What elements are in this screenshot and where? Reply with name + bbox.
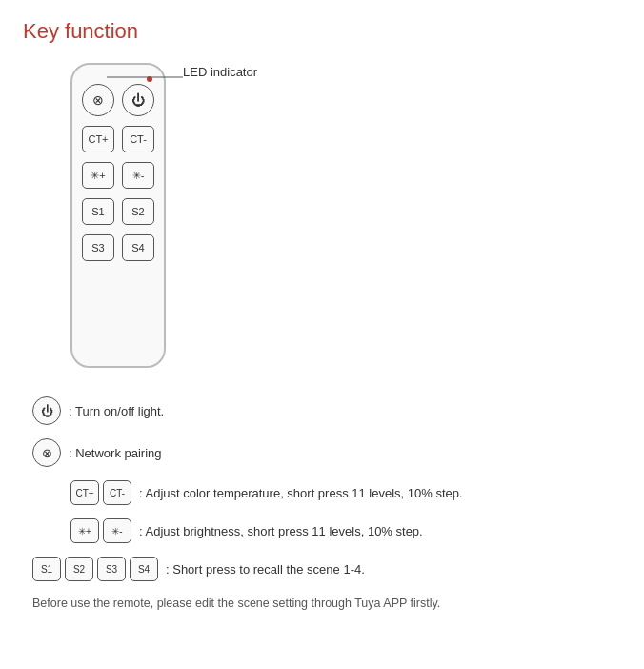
legend-row-power: ⏻ : Turn on/off light. xyxy=(32,396,621,425)
footer-text: Before use the remote, please edit the s… xyxy=(32,595,621,613)
legend-icon-brightness: ✳+ ✳- xyxy=(70,518,131,543)
legend-s4: S4 xyxy=(130,557,158,581)
legend-row-brightness: ✳+ ✳- : Adjust brightness, short press 1… xyxy=(70,518,621,543)
legend-text-scene: : Short press to recall the scene 1-4. xyxy=(166,562,365,577)
legend-s2: S2 xyxy=(65,557,93,581)
legend-s1: S1 xyxy=(32,557,61,581)
legend-row-network: ⊗ : Network pairing xyxy=(32,438,621,467)
s1-btn: S1 xyxy=(82,198,114,225)
page-title: Key function xyxy=(23,19,621,44)
s3-btn: S3 xyxy=(82,234,114,261)
legend-icon-network: ⊗ xyxy=(32,438,61,467)
remote-row-5: S3 S4 xyxy=(82,234,154,261)
brightness-minus-btn: ✳- xyxy=(122,162,154,189)
s2-btn: S2 xyxy=(122,198,154,225)
s4-btn: S4 xyxy=(122,234,154,261)
legend-text-ct: : Adjust color temperature, short press … xyxy=(139,486,463,500)
legend-row-ct: CT+ CT- : Adjust color temperature, shor… xyxy=(70,480,621,505)
legend-icon-scene: S1 S2 S3 S4 xyxy=(32,557,158,581)
legend-area: ⏻ : Turn on/off light. ⊗ : Network pairi… xyxy=(23,396,621,613)
brightness-plus-btn: ✳+ xyxy=(82,162,114,189)
remote-diagram: ⊗ ⏻ CT+ CT- ✳+ ✳- S1 S2 xyxy=(70,63,166,368)
legend-text-brightness: : Adjust brightness, short press 11 leve… xyxy=(139,524,423,538)
legend-bright-plus: ✳+ xyxy=(70,518,99,543)
legend-power-circle: ⏻ xyxy=(32,396,61,425)
legend-icon-power: ⏻ xyxy=(32,396,61,425)
legend-text-power: : Turn on/off light. xyxy=(69,404,164,418)
legend-text-network: : Network pairing xyxy=(69,446,162,460)
legend-s3: S3 xyxy=(97,557,126,581)
remote-row-4: S1 S2 xyxy=(82,198,154,225)
legend-network-circle: ⊗ xyxy=(32,438,61,467)
legend-row-scene: S1 S2 S3 S4 : Short press to recall the … xyxy=(32,557,621,581)
remote-row-2: CT+ CT- xyxy=(82,126,154,152)
ct-plus-btn: CT+ xyxy=(82,126,114,152)
ct-minus-btn: CT- xyxy=(122,126,154,152)
legend-ct-plus: CT+ xyxy=(70,480,99,505)
legend-icon-ct: CT+ CT- xyxy=(70,480,131,505)
remote-row-3: ✳+ ✳- xyxy=(82,162,154,189)
legend-ct-minus: CT- xyxy=(103,480,131,505)
legend-bright-minus: ✳- xyxy=(103,518,131,543)
led-label: LED indicator xyxy=(183,65,257,79)
